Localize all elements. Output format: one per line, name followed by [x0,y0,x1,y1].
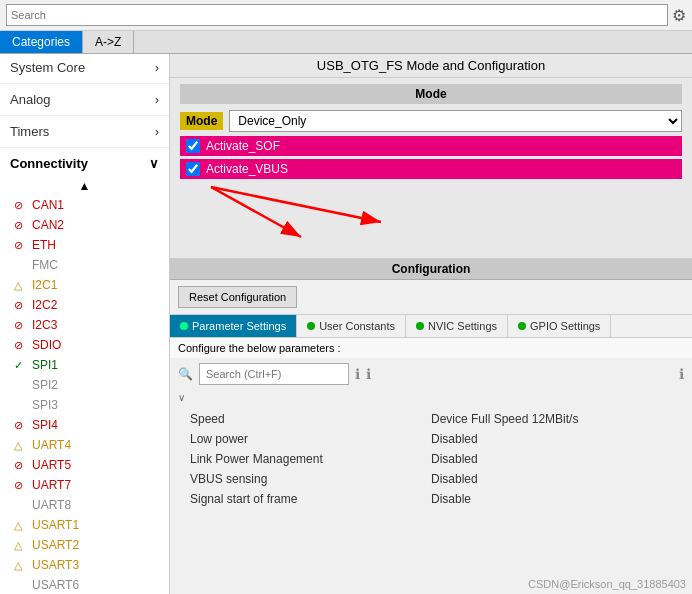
param-value-0: Device Full Speed 12MBit/s [431,412,672,426]
config-tab-2[interactable]: NVIC Settings [406,315,508,337]
scroll-up-indicator[interactable]: ▲ [0,177,169,195]
conn-icon-can2: ⊘ [14,219,28,232]
conn-item-fmc[interactable]: FMC [0,255,169,275]
sidebar: System Core › Analog › Timers › Connecti… [0,54,170,594]
tab-categories[interactable]: Categories [0,31,83,53]
info-icon-2: ℹ [366,366,371,382]
conn-icon-eth: ⊘ [14,239,28,252]
conn-item-uart7[interactable]: ⊘UART7 [0,475,169,495]
divider-3 [0,147,169,148]
mode-header: Mode [180,84,682,104]
config-tab-row: Parameter SettingsUser ConstantsNVIC Set… [170,315,692,338]
conn-item-eth[interactable]: ⊘ETH [0,235,169,255]
conn-item-uart8[interactable]: UART8 [0,495,169,515]
mode-label: Mode [180,112,223,130]
config-tab-1[interactable]: User Constants [297,315,406,337]
conn-icon-spi4: ⊘ [14,419,28,432]
sidebar-label-system-core: System Core [10,60,85,75]
conn-item-can2[interactable]: ⊘CAN2 [0,215,169,235]
activate-vbus-checkbox[interactable] [186,162,200,176]
mode-section: Mode Mode Device_Only Activate_SOF Activ… [170,78,692,259]
conn-item-i2c3[interactable]: ⊘I2C3 [0,315,169,335]
conn-icon-i2c1: △ [14,279,28,292]
param-row-1: Low powerDisabled [170,429,692,449]
conn-item-uart5[interactable]: ⊘UART5 [0,455,169,475]
conn-icon-uart5: ⊘ [14,459,28,472]
search-input[interactable] [6,4,668,26]
conn-item-usart1[interactable]: △USART1 [0,515,169,535]
watermark: CSDN@Erickson_qq_31885403 [528,578,686,590]
param-value-2: Disabled [431,452,672,466]
param-name-1: Low power [190,432,431,446]
up-arrow-icon: ▲ [79,179,91,193]
param-name-4: Signal start of frame [190,492,431,506]
conn-item-can1[interactable]: ⊘CAN1 [0,195,169,215]
param-name-3: VBUS sensing [190,472,431,486]
param-header: Configure the below parameters : [170,338,692,359]
config-header: Configuration [170,259,692,280]
conn-icon-i2c3: ⊘ [14,319,28,332]
conn-label-uart4: UART4 [32,438,71,452]
conn-label-fmc: FMC [32,258,58,272]
conn-label-i2c1: I2C1 [32,278,57,292]
conn-item-usart3[interactable]: △USART3 [0,555,169,575]
sidebar-item-analog[interactable]: Analog › [0,86,169,113]
tab-atoz[interactable]: A->Z [83,31,134,53]
param-value-3: Disabled [431,472,672,486]
connectivity-list: ⊘CAN1⊘CAN2⊘ETHFMC△I2C1⊘I2C2⊘I2C3⊘SDIO✓SP… [0,195,169,594]
param-value-4: Disable [431,492,672,506]
param-collapse-button[interactable]: ∨ [170,390,692,405]
conn-label-usart2: USART2 [32,538,79,552]
config-tab-3[interactable]: GPIO Settings [508,315,611,337]
config-tab-0[interactable]: Parameter Settings [170,315,297,337]
param-search-input[interactable] [199,363,349,385]
svg-line-1 [211,187,301,237]
chevron-right-icon-2: › [155,92,159,107]
conn-label-uart8: UART8 [32,498,71,512]
reset-configuration-button[interactable]: Reset Configuration [178,286,297,308]
param-row-4: Signal start of frameDisable [170,489,692,509]
param-name-2: Link Power Management [190,452,431,466]
conn-item-i2c2[interactable]: ⊘I2C2 [0,295,169,315]
mode-select[interactable]: Device_Only [229,110,682,132]
tab-bar: Categories A->Z [0,31,692,54]
tab-dot-3 [518,322,526,330]
sidebar-item-connectivity[interactable]: Connectivity ∨ [0,150,169,177]
conn-icon-i2c2: ⊘ [14,299,28,312]
param-name-0: Speed [190,412,431,426]
activate-sof-row: Activate_SOF [180,136,682,156]
param-table: SpeedDevice Full Speed 12MBit/sLow power… [170,405,692,594]
conn-icon-sdio: ⊘ [14,339,28,352]
conn-item-sdio[interactable]: ⊘SDIO [0,335,169,355]
conn-item-spi4[interactable]: ⊘SPI4 [0,415,169,435]
conn-label-eth: ETH [32,238,56,252]
activate-sof-checkbox[interactable] [186,139,200,153]
conn-label-can1: CAN1 [32,198,64,212]
config-section: Configuration Reset Configuration Parame… [170,259,692,594]
chevron-right-icon-3: › [155,124,159,139]
param-value-1: Disabled [431,432,672,446]
param-row-2: Link Power ManagementDisabled [170,449,692,469]
conn-icon-can1: ⊘ [14,199,28,212]
sidebar-label-timers: Timers [10,124,49,139]
conn-item-uart4[interactable]: △UART4 [0,435,169,455]
conn-icon-usart2: △ [14,539,28,552]
info-icon-1: ℹ [355,366,360,382]
conn-icon-uart7: ⊘ [14,479,28,492]
conn-item-spi2[interactable]: SPI2 [0,375,169,395]
divider-1 [0,83,169,84]
conn-item-usart6[interactable]: USART6 [0,575,169,594]
conn-label-i2c2: I2C2 [32,298,57,312]
sidebar-item-timers[interactable]: Timers › [0,118,169,145]
panel-title: USB_OTG_FS Mode and Configuration [170,54,692,78]
conn-item-spi3[interactable]: SPI3 [0,395,169,415]
conn-item-i2c1[interactable]: △I2C1 [0,275,169,295]
sidebar-item-system-core[interactable]: System Core › [0,54,169,81]
conn-item-usart2[interactable]: △USART2 [0,535,169,555]
tab-dot-1 [307,322,315,330]
conn-label-usart6: USART6 [32,578,79,592]
conn-label-sdio: SDIO [32,338,61,352]
conn-item-spi1[interactable]: ✓SPI1 [0,355,169,375]
gear-icon[interactable]: ⚙ [672,6,686,25]
conn-label-spi4: SPI4 [32,418,58,432]
